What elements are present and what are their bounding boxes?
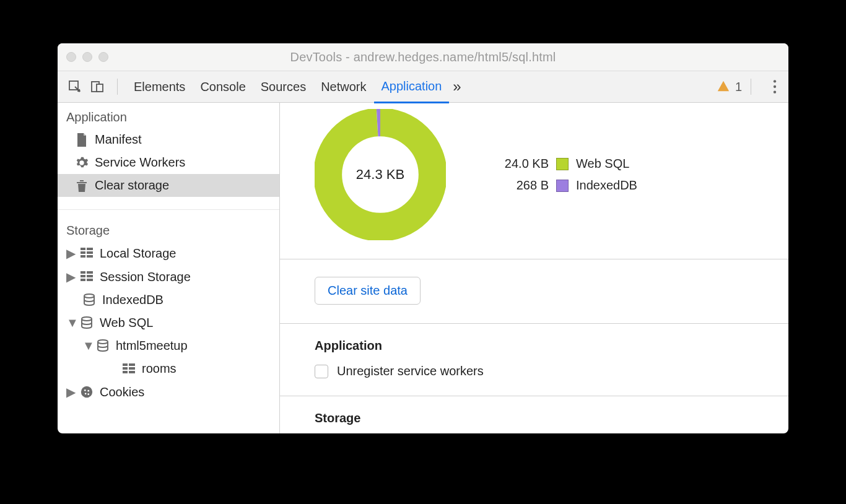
chevron-down-icon: ▼	[66, 316, 74, 330]
sidebar: Application Manifest Service Workers Cle…	[58, 103, 280, 433]
svg-point-19	[82, 317, 92, 321]
sidebar-item-label: Local Storage	[100, 246, 279, 261]
main-pane: 24.3 KB 24.0 KBWeb SQL268 BIndexedDB Cle…	[280, 103, 788, 433]
sidebar-item-websql-table[interactable]: rooms	[58, 357, 279, 380]
tabs-overflow-icon[interactable]: »	[449, 71, 464, 102]
svg-point-18	[84, 294, 94, 298]
sidebar-item-clear-storage[interactable]: Clear storage	[58, 174, 279, 197]
legend-name: Web SQL	[576, 157, 629, 171]
section-title-storage: Storage	[315, 411, 754, 425]
option-label: Unregister service workers	[337, 364, 484, 378]
file-icon	[75, 133, 89, 147]
sidebar-item-local-storage[interactable]: ▶ Local Storage	[58, 241, 279, 265]
database-icon	[96, 339, 110, 353]
checkbox-icon[interactable]	[315, 365, 328, 378]
sidebar-item-label: Service Workers	[95, 155, 279, 170]
sidebar-item-label: rooms	[142, 362, 279, 376]
sidebar-item-label: Session Storage	[100, 270, 279, 284]
titlebar: DevTools - andrew.hedges.name/html5/sql.…	[58, 43, 788, 71]
devtools-window: DevTools - andrew.hedges.name/html5/sql.…	[58, 43, 788, 433]
grid-icon	[80, 270, 94, 284]
svg-rect-13	[87, 271, 93, 274]
warnings-count: 1	[735, 80, 742, 94]
trash-icon	[75, 179, 89, 193]
svg-point-20	[98, 340, 108, 344]
device-toolbar-icon[interactable]	[90, 79, 105, 94]
svg-rect-6	[81, 248, 85, 250]
svg-rect-23	[123, 367, 128, 370]
grid-icon	[122, 362, 136, 376]
svg-rect-7	[87, 248, 93, 250]
legend-swatch	[556, 180, 569, 192]
kebab-menu-icon[interactable]	[772, 79, 777, 95]
option-unregister-sw[interactable]: Unregister service workers	[315, 364, 754, 378]
sidebar-item-websql-db[interactable]: ▼ html5meetup	[58, 334, 279, 357]
legend-name: IndexedDB	[576, 178, 637, 193]
gear-icon	[75, 156, 89, 170]
chevron-right-icon: ▶	[66, 246, 74, 261]
svg-rect-15	[87, 275, 93, 277]
chevron-right-icon: ▶	[66, 385, 74, 399]
tab-console[interactable]: Console	[193, 71, 253, 102]
svg-rect-22	[129, 363, 135, 366]
sidebar-item-websql[interactable]: ▼ Web SQL	[58, 311, 279, 334]
legend-row: 24.0 KBWeb SQL	[495, 157, 637, 171]
clear-site-data-button[interactable]: Clear site data	[315, 277, 421, 305]
svg-point-27	[81, 386, 92, 398]
separator	[117, 79, 118, 95]
svg-point-4	[774, 85, 776, 88]
database-icon	[80, 316, 94, 330]
tab-elements[interactable]: Elements	[126, 71, 193, 102]
separator	[751, 79, 751, 95]
legend-value: 24.0 KB	[495, 157, 549, 171]
zoom-icon[interactable]	[98, 52, 108, 62]
cookie-icon	[80, 385, 94, 399]
chevron-right-icon: ▶	[66, 269, 74, 284]
tab-bar: Elements Console Sources Network Applica…	[58, 71, 788, 103]
legend-row: 268 BIndexedDB	[495, 178, 637, 193]
sidebar-item-manifest[interactable]: Manifest	[58, 128, 279, 151]
sidebar-item-label: html5meetup	[116, 339, 279, 353]
sidebar-item-session-storage[interactable]: ▶ Session Storage	[58, 265, 279, 289]
minimize-icon[interactable]	[82, 52, 92, 62]
section-title-application: Application	[315, 339, 754, 353]
donut-chart: 24.3 KB	[315, 109, 446, 240]
svg-rect-2	[97, 84, 103, 92]
sidebar-header-application: Application	[58, 103, 279, 128]
tab-sources[interactable]: Sources	[253, 71, 313, 102]
svg-rect-11	[87, 255, 93, 258]
svg-point-29	[87, 390, 89, 392]
svg-rect-14	[81, 275, 85, 277]
svg-rect-10	[81, 255, 85, 258]
legend-swatch	[556, 158, 569, 170]
svg-rect-9	[87, 251, 93, 254]
sidebar-item-label: Manifest	[95, 133, 279, 147]
window-controls	[66, 52, 108, 62]
svg-rect-8	[81, 251, 85, 254]
chart-legend: 24.0 KBWeb SQL268 BIndexedDB	[495, 157, 637, 193]
svg-rect-17	[87, 279, 93, 281]
window-title: DevTools - andrew.hedges.name/html5/sql.…	[58, 50, 788, 64]
close-icon[interactable]	[66, 52, 76, 62]
sidebar-item-label: Clear storage	[95, 178, 279, 193]
svg-point-5	[774, 91, 776, 93]
svg-rect-24	[129, 367, 135, 370]
svg-rect-21	[123, 363, 128, 366]
svg-rect-25	[123, 371, 128, 373]
svg-rect-26	[129, 371, 135, 373]
sidebar-item-indexeddb[interactable]: IndexedDB	[58, 289, 279, 311]
sidebar-item-cookies[interactable]: ▶ Cookies	[58, 380, 279, 404]
svg-point-28	[84, 389, 86, 391]
sidebar-item-label: Cookies	[100, 385, 279, 399]
svg-point-30	[85, 393, 87, 394]
sidebar-item-label: Web SQL	[100, 316, 279, 330]
tab-application[interactable]: Application	[374, 71, 450, 103]
sidebar-item-service-workers[interactable]: Service Workers	[58, 151, 279, 174]
tab-network[interactable]: Network	[313, 71, 373, 102]
storage-usage-chart: 24.3 KB 24.0 KBWeb SQL268 BIndexedDB	[280, 103, 788, 259]
legend-value: 268 B	[495, 178, 549, 193]
warnings-badge[interactable]: 1	[717, 80, 742, 94]
inspect-icon[interactable]	[68, 79, 82, 94]
database-icon	[82, 293, 96, 307]
chevron-down-icon: ▼	[82, 339, 90, 353]
